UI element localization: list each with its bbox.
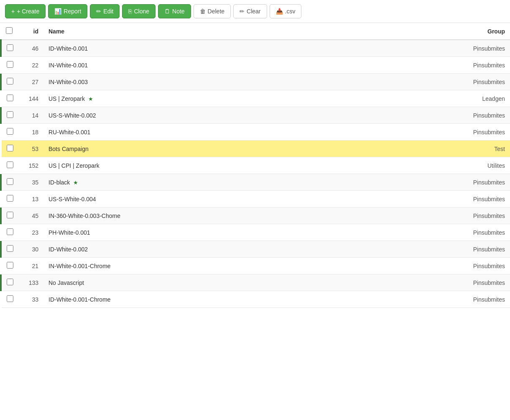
table-row: 18RU-White-0.001Pinsubmites	[1, 124, 510, 141]
delete-label: Delete	[208, 8, 224, 15]
data-table: id Name Group 46ID-White-0.001Pinsubmite…	[0, 23, 510, 308]
row-checkbox-cell	[1, 141, 18, 157]
row-checkbox[interactable]	[7, 195, 13, 202]
row-id: 13	[18, 191, 43, 207]
row-id: 22	[18, 57, 43, 74]
plus-icon: +	[11, 8, 15, 15]
row-checkbox-cell	[1, 74, 18, 90]
table-row: 30ID-White-0.002Pinsubmites	[1, 241, 510, 258]
header-id: id	[18, 23, 43, 40]
row-name: No Javascript	[43, 274, 443, 291]
row-id: 33	[18, 291, 43, 308]
row-checkbox[interactable]	[7, 262, 13, 269]
note-button[interactable]: 🗒 Note	[158, 4, 191, 18]
row-name: IN-White-0.001-Chrome	[43, 258, 443, 274]
row-group: Pinsubmites	[443, 207, 510, 224]
row-checkbox[interactable]	[7, 145, 13, 151]
row-id: 27	[18, 74, 43, 90]
row-group: Pinsubmites	[443, 124, 510, 141]
select-all-checkbox[interactable]	[6, 27, 13, 34]
row-group: Pinsubmites	[443, 274, 510, 291]
header-checkbox-cell	[1, 23, 18, 40]
edit-button[interactable]: ✏ Edit	[90, 4, 120, 18]
row-id: 152	[18, 157, 43, 174]
row-checkbox-cell	[1, 107, 18, 124]
row-group: Pinsubmites	[443, 258, 510, 274]
row-group: Pinsubmites	[443, 107, 510, 124]
table-row: 133No JavascriptPinsubmites	[1, 274, 510, 291]
row-checkbox[interactable]	[7, 111, 13, 118]
star-icon: ★	[71, 179, 78, 186]
table-row: 22IN-White-0.001Pinsubmites	[1, 57, 510, 74]
row-id: 18	[18, 124, 43, 141]
row-checkbox[interactable]	[7, 178, 13, 185]
table-header-row: id Name Group	[1, 23, 510, 40]
create-button[interactable]: + + Create	[5, 4, 46, 18]
row-id: 23	[18, 224, 43, 241]
clone-icon: ⎘	[128, 8, 132, 15]
row-group: Pinsubmites	[443, 40, 510, 57]
toolbar: + + Create 📊 Report ✏ Edit ⎘ Clone 🗒 Not…	[0, 0, 510, 23]
row-checkbox[interactable]	[7, 295, 13, 302]
report-button[interactable]: 📊 Report	[48, 4, 87, 18]
row-name: IN-White-0.001	[43, 57, 443, 74]
row-checkbox-cell	[1, 57, 18, 74]
row-id: 35	[18, 174, 43, 191]
edit-label: Edit	[103, 8, 113, 15]
clear-button[interactable]: ✏ Clear	[233, 4, 267, 18]
row-checkbox[interactable]	[7, 161, 13, 168]
row-group: Pinsubmites	[443, 291, 510, 308]
row-checkbox-cell	[1, 207, 18, 224]
row-group: Pinsubmites	[443, 191, 510, 207]
table-row: 13US-S-White-0.004Pinsubmites	[1, 191, 510, 207]
row-checkbox-cell	[1, 40, 18, 57]
row-name: IN-360-White-0.003-Chome	[43, 207, 443, 224]
row-checkbox[interactable]	[7, 95, 13, 101]
download-icon: 📥	[276, 8, 283, 15]
table-row: 23PH-White-0.001Pinsubmites	[1, 224, 510, 241]
row-name: US | CPI | Zeropark	[43, 157, 443, 174]
row-checkbox[interactable]	[7, 212, 13, 218]
table-row: 53Bots CampaignTest	[1, 141, 510, 157]
row-group: Leadgen	[443, 90, 510, 107]
row-checkbox[interactable]	[7, 61, 13, 68]
csv-button[interactable]: 📥 .csv	[270, 4, 302, 18]
trash-icon: 🗑	[200, 8, 206, 15]
row-name: RU-White-0.001	[43, 124, 443, 141]
row-checkbox-cell	[1, 90, 18, 107]
row-id: 21	[18, 258, 43, 274]
note-label: Note	[172, 8, 185, 15]
header-name: Name	[43, 23, 443, 40]
row-name: ID-White-0.002	[43, 241, 443, 258]
table-row: 46ID-White-0.001Pinsubmites	[1, 40, 510, 57]
row-checkbox[interactable]	[7, 78, 13, 85]
table-row: 144US | Zeropark ★Leadgen	[1, 90, 510, 107]
report-label: Report	[64, 8, 81, 15]
row-group: Pinsubmites	[443, 241, 510, 258]
row-checkbox-cell	[1, 124, 18, 141]
row-checkbox-cell	[1, 174, 18, 191]
row-checkbox[interactable]	[7, 44, 13, 51]
note-icon: 🗒	[164, 8, 170, 15]
row-id: 144	[18, 90, 43, 107]
create-label: + Create	[17, 8, 39, 15]
table-row: 14US-S-White-0.002Pinsubmites	[1, 107, 510, 124]
star-icon: ★	[87, 96, 93, 102]
row-name: ID-White-0.001-Chrome	[43, 291, 443, 308]
row-group: Pinsubmites	[443, 224, 510, 241]
row-checkbox[interactable]	[7, 279, 13, 285]
row-checkbox-cell	[1, 274, 18, 291]
row-checkbox[interactable]	[7, 128, 13, 135]
header-group: Group	[443, 23, 510, 40]
delete-button[interactable]: 🗑 Delete	[194, 4, 231, 18]
row-id: 30	[18, 241, 43, 258]
clone-button[interactable]: ⎘ Clone	[122, 4, 156, 18]
row-id: 14	[18, 107, 43, 124]
table-row: 21IN-White-0.001-ChromePinsubmites	[1, 258, 510, 274]
csv-label: .csv	[285, 8, 296, 15]
row-id: 46	[18, 40, 43, 57]
clone-label: Clone	[134, 8, 149, 15]
row-checkbox[interactable]	[7, 228, 13, 235]
row-group: Test	[443, 141, 510, 157]
row-checkbox[interactable]	[7, 245, 13, 252]
